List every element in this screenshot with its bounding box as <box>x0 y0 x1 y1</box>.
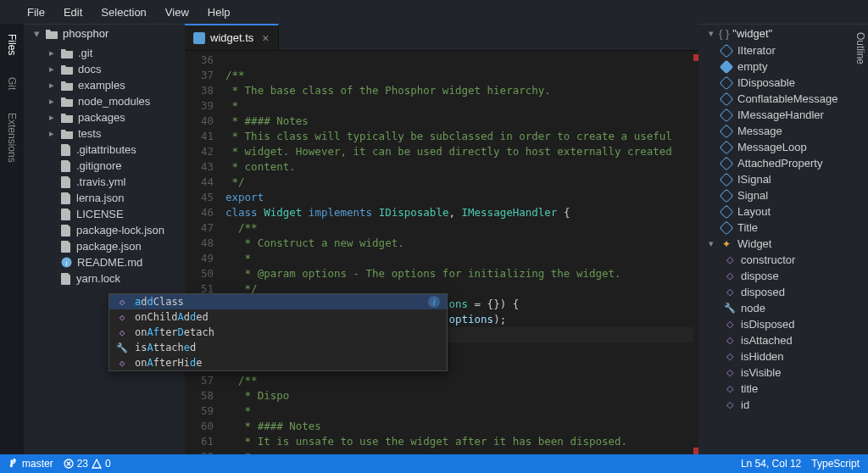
code-editor[interactable]: 3637383940414243444546474849505152535455… <box>185 51 698 454</box>
tree-item[interactable]: examples <box>24 77 185 93</box>
code-line[interactable]: * <box>225 251 693 266</box>
code-line[interactable]: * @param options - The options for initi… <box>225 266 693 281</box>
branch-indicator[interactable]: master <box>8 458 53 470</box>
suggest-item[interactable]: 🔧isAttached <box>109 340 447 355</box>
method-icon: ◇ <box>116 357 128 369</box>
outline-member[interactable]: ◇isHidden <box>698 348 868 364</box>
outline-member[interactable]: ◇id <box>698 397 868 413</box>
outline-item[interactable]: Title <box>698 220 868 236</box>
branch-icon <box>8 458 19 470</box>
outline-label: ConflatableMessage <box>737 92 838 105</box>
menu-help[interactable]: Help <box>208 6 231 19</box>
outline-member[interactable]: ◇isAttached <box>698 332 868 348</box>
outline-item[interactable]: IIterator <box>698 42 868 58</box>
outline-member[interactable]: ◇isDisposed <box>698 316 868 332</box>
outline-label: empty <box>737 60 767 73</box>
tree-item[interactable]: .travis.yml <box>24 174 185 190</box>
outline-member[interactable]: 🔧node <box>698 300 868 316</box>
code-line[interactable]: * Construct a new widget. <box>225 236 693 251</box>
tree-item[interactable]: docs <box>24 61 185 77</box>
tree-item[interactable]: yarn.lock <box>24 270 185 287</box>
code-line[interactable]: * #### Notes <box>225 419 693 434</box>
interface-icon <box>721 45 732 57</box>
info-icon[interactable]: i <box>428 296 440 308</box>
menu-view[interactable]: View <box>165 6 189 19</box>
suggest-widget[interactable]: ◇addClassi◇onChildAdded◇onAfterDetach🔧is… <box>108 293 448 371</box>
outline-member[interactable]: ◇disposed <box>698 284 868 300</box>
interface-icon <box>721 61 732 73</box>
tree-item[interactable]: .git <box>24 45 185 61</box>
tab-widget-ts[interactable]: widget.ts × <box>185 24 279 50</box>
code-line[interactable]: * <box>225 403 693 419</box>
code-line[interactable]: export <box>225 190 693 205</box>
outline-item[interactable]: IMessageHandler <box>698 107 868 123</box>
outline-head[interactable]: { } "widget" <box>698 24 868 42</box>
outline-item[interactable]: ConflatableMessage <box>698 91 868 107</box>
suggest-label: onChildAdded <box>135 311 209 323</box>
suggest-item[interactable]: ◇onAfterHide <box>109 355 447 370</box>
suggest-label: onAfterDetach <box>135 326 214 338</box>
tree-item[interactable]: node_modules <box>24 93 185 109</box>
menu-file[interactable]: File <box>27 6 45 19</box>
outline-member[interactable]: ◇title <box>698 381 868 397</box>
outline-item[interactable]: empty <box>698 58 868 75</box>
outline-member[interactable]: ◇dispose <box>698 268 868 284</box>
outline-member[interactable]: ◇isVisible <box>698 364 868 381</box>
code-line[interactable]: * The base class of the Phosphor widget … <box>225 83 693 98</box>
activity-extensions[interactable]: Extensions <box>6 113 18 163</box>
code-line[interactable]: /** <box>225 220 693 236</box>
outline-item-widget[interactable]: ✦Widget <box>698 236 868 252</box>
interface-icon <box>721 142 732 153</box>
outline-item[interactable]: MessageLoop <box>698 139 868 155</box>
code-line[interactable]: /** <box>225 373 693 388</box>
suggest-item[interactable]: ◇onChildAdded <box>109 309 447 325</box>
code-line[interactable]: * widget. However, it can be used direct… <box>225 144 693 159</box>
language-mode[interactable]: TypeScript <box>811 458 860 470</box>
outline-item[interactable]: Message <box>698 123 868 139</box>
tree-item[interactable]: iREADME.md <box>24 254 185 270</box>
code-line[interactable]: class Widget implements IDisposable, IMe… <box>225 205 693 220</box>
code-line[interactable]: * <box>225 449 693 454</box>
menu-selection[interactable]: Selection <box>101 6 146 19</box>
outline-item[interactable]: IDisposable <box>698 75 868 91</box>
code-line[interactable]: * <box>225 98 693 114</box>
suggest-item[interactable]: ◇onAfterDetach <box>109 325 447 340</box>
code-line[interactable]: */ <box>225 175 693 190</box>
code-line[interactable]: * content. <box>225 159 693 175</box>
code-line[interactable]: /** <box>225 68 693 83</box>
code-line[interactable]: * It is unsafe to use the widget after i… <box>225 434 693 449</box>
activity-bar: Files Git Extensions <box>0 24 24 454</box>
interface-icon <box>721 125 732 137</box>
code-line[interactable]: * Dispo <box>225 388 693 403</box>
problems-indicator[interactable]: 23 0 <box>64 458 111 470</box>
tree-item[interactable]: LICENSE <box>24 206 185 222</box>
outline-item[interactable]: Signal <box>698 187 868 203</box>
tree-item[interactable]: tests <box>24 125 185 142</box>
tree-item[interactable]: lerna.json <box>24 190 185 206</box>
code-line[interactable]: * This class will typically be subclasse… <box>225 129 693 144</box>
suggest-label: isAttached <box>135 342 196 353</box>
activity-files[interactable]: Files <box>6 34 18 55</box>
tree-item[interactable]: .gitignore <box>24 158 185 174</box>
method-icon: ◇ <box>724 319 736 331</box>
tree-item[interactable]: package-lock.json <box>24 222 185 238</box>
outline-item[interactable]: ISignal <box>698 171 868 187</box>
tree-item[interactable]: packages <box>24 109 185 125</box>
activity-git[interactable]: Git <box>6 77 18 90</box>
close-icon[interactable]: × <box>262 31 269 45</box>
menu-edit[interactable]: Edit <box>64 6 82 19</box>
tree-item[interactable]: package.json <box>24 238 185 254</box>
code-line[interactable] <box>225 53 693 68</box>
explorer-root[interactable]: phosphor <box>24 24 185 43</box>
outline-member[interactable]: ◇constructor <box>698 252 868 268</box>
outline-item[interactable]: AttachedProperty <box>698 155 868 171</box>
interface-icon <box>721 222 732 234</box>
suggest-item[interactable]: ◇addClassi <box>109 294 447 309</box>
outline-item[interactable]: Layout <box>698 203 868 220</box>
tree-item-label: LICENSE <box>76 208 124 220</box>
tree-item[interactable]: .gitattributes <box>24 142 185 158</box>
code-line[interactable]: * #### Notes <box>225 114 693 129</box>
code-content[interactable]: /** * The base class of the Phosphor wid… <box>225 51 693 454</box>
cursor-position[interactable]: Ln 54, Col 12 <box>741 458 801 470</box>
interface-icon <box>721 93 732 105</box>
